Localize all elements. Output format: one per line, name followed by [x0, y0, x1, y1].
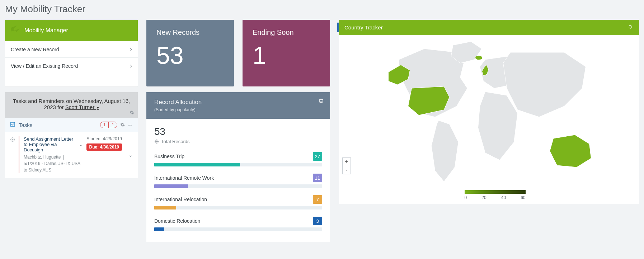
database-icon — [319, 98, 324, 105]
allocation-header: Record Allocation (Sorted by popularity) — [146, 92, 330, 119]
gear-icon[interactable] — [130, 110, 134, 116]
svg-point-3 — [319, 99, 323, 100]
allocation-item[interactable]: International Remote Work11 — [154, 174, 322, 188]
mm-link-create[interactable]: Create a New Record › — [5, 41, 138, 58]
mobility-manager-card: Mobility Manager Create a New Record › V… — [5, 20, 138, 86]
allocation-item[interactable]: International Relocation7 — [154, 195, 322, 209]
tile-value: 1 — [253, 43, 320, 67]
radio-add-icon[interactable] — [10, 137, 15, 143]
task-started: Started: 4/29/2019 — [86, 136, 122, 141]
checkbox-checked-icon — [10, 122, 15, 128]
task-details: 5/1/2019 - Dallas,US-TX,USA to Sidney,AU… — [24, 161, 80, 173]
tasks-count-pill: 1 1 — [100, 122, 117, 128]
chevron-down-icon[interactable]: ⌄ — [128, 152, 133, 158]
allocation-item[interactable]: Domestic Relocation3 — [154, 217, 322, 231]
legend-tick: 40 — [501, 195, 506, 200]
allocation-item-count: 3 — [313, 217, 322, 225]
chevron-up-icon[interactable]: ︿ — [128, 122, 133, 128]
allocation-subtitle: (Sorted by popularity) — [154, 107, 322, 112]
mobility-manager-title: Mobility Manager — [24, 27, 68, 34]
task-title-text: Send Assignment Letter to Employee via D… — [24, 136, 77, 152]
task-title[interactable]: Send Assignment Letter to Employee via D… — [24, 136, 83, 152]
mm-link-view-edit[interactable]: View / Edit an Existing Record › — [5, 58, 138, 74]
task-person: Machbitz, Huguette — [24, 155, 61, 160]
legend-tick: 60 — [521, 195, 525, 200]
zoom-in-button[interactable]: + — [343, 158, 351, 166]
allocation-bar — [154, 184, 322, 188]
map-legend: 0 20 40 60 — [465, 190, 526, 200]
tasks-count-a: 1 — [100, 122, 109, 128]
globe-icon — [154, 139, 159, 144]
tasks-header: Tasks and Reminders on Wednesday, August… — [5, 92, 138, 118]
mobility-manager-header: Mobility Manager — [5, 20, 138, 41]
allocation-bar — [154, 227, 322, 231]
legend-tick: 20 — [481, 195, 486, 200]
mm-link-label: Create a New Record — [11, 47, 59, 52]
chevron-down-icon: ⌄ — [79, 142, 83, 147]
legend-gradient — [465, 190, 526, 194]
gear-icon[interactable] — [120, 122, 125, 128]
country-tracker-header: Country Tracker — [339, 20, 639, 35]
overdue-indicator — [19, 136, 19, 173]
task-due-badge: Due: 4/30/2019 — [86, 143, 122, 151]
map-zoom-control: + - — [342, 157, 351, 174]
mm-link-label: View / Edit an Existing Record — [11, 63, 78, 69]
allocation-item-count: 7 — [313, 195, 322, 204]
allocation-bar — [154, 163, 322, 166]
country-tracker-card: Country Tracker — [339, 20, 639, 204]
refresh-icon[interactable] — [627, 24, 633, 31]
allocation-item-count: 27 — [313, 152, 322, 161]
plane-icon — [11, 25, 21, 36]
world-map[interactable]: + - 0 20 40 60 — [339, 35, 639, 204]
allocation-item-label: International Relocation — [154, 197, 207, 202]
allocation-item-label: Domestic Relocation — [154, 218, 200, 224]
accent-bar — [337, 23, 339, 32]
tasks-user-dropdown[interactable]: Scott Turner ▾ — [65, 104, 99, 110]
world-map-svg — [342, 38, 636, 192]
allocation-item-label: Business Trip — [154, 154, 184, 159]
tile-new-records[interactable]: New Records 53 — [146, 20, 234, 86]
allocation-total-label-text: Total Records — [161, 139, 189, 144]
tile-label: Ending Soon — [253, 28, 320, 37]
chevron-right-icon: › — [130, 46, 132, 53]
country-tracker-title: Country Tracker — [344, 24, 383, 30]
tile-ending-soon[interactable]: Ending Soon 1 — [243, 20, 330, 86]
svg-point-0 — [475, 56, 483, 60]
zoom-out-button[interactable]: - — [343, 166, 351, 174]
task-row[interactable]: Send Assignment Letter to Employee via D… — [5, 132, 138, 178]
allocation-item-count: 11 — [313, 174, 322, 182]
allocation-item-label: International Remote Work — [154, 175, 214, 181]
allocation-total-label: Total Records — [154, 139, 322, 144]
tasks-section-label: Tasks — [19, 122, 32, 128]
allocation-title: Record Allocation — [154, 99, 322, 106]
allocation-bar — [154, 206, 322, 209]
tasks-count-b: 1 — [109, 122, 117, 128]
record-allocation-card: Record Allocation (Sorted by popularity)… — [146, 92, 330, 242]
page-title: My Mobility Tracker — [5, 4, 639, 15]
svg-rect-1 — [10, 122, 15, 127]
allocation-total-value: 53 — [154, 126, 322, 137]
tile-label: New Records — [156, 28, 224, 37]
chevron-right-icon: › — [130, 62, 132, 70]
tile-value: 53 — [156, 43, 224, 67]
allocation-list: Business Trip27International Remote Work… — [154, 152, 322, 231]
caret-down-icon: ▾ — [97, 105, 99, 110]
legend-tick: 0 — [465, 195, 467, 200]
tasks-section-bar[interactable]: Tasks 1 1 ︿ — [5, 118, 138, 132]
task-meta: Machbitz, Huguette | 5/1/2019 - Dallas,U… — [24, 154, 83, 173]
tasks-card: Tasks and Reminders on Wednesday, August… — [5, 92, 138, 178]
tasks-user-name: Scott Turner — [65, 104, 96, 110]
allocation-item[interactable]: Business Trip27 — [154, 152, 322, 166]
